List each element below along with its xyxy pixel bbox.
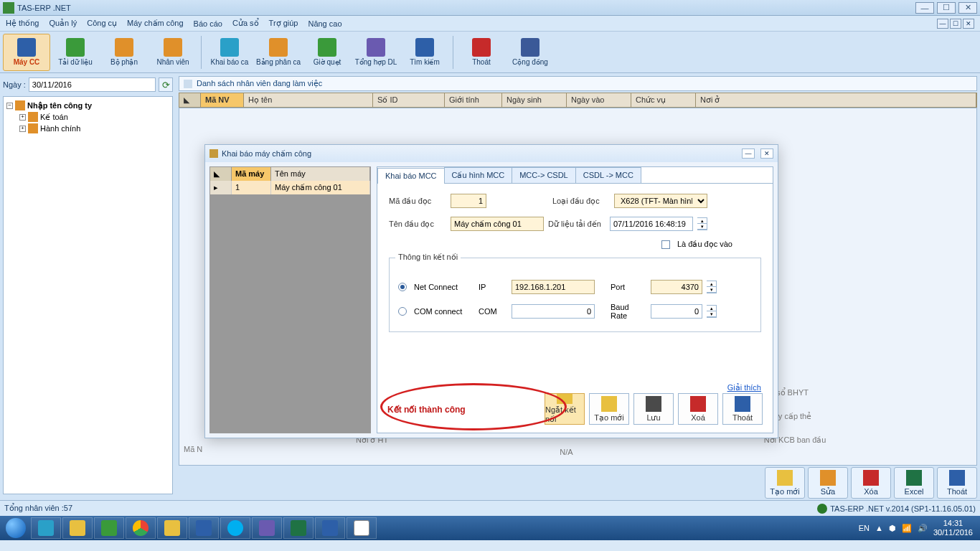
org-tree[interactable]: − Nhập tên công ty + Kế toán + Hành chín… [3, 96, 173, 494]
toolbar-icon [521, 38, 540, 57]
mdi-close-button[interactable]: ✕ [963, 19, 974, 29]
du-input[interactable] [610, 217, 693, 231]
tree-root[interactable]: − Nhập tên công ty [6, 100, 169, 111]
device-col-mamay[interactable]: Mã máy [232, 167, 271, 181]
expand-icon[interactable]: + [19, 126, 26, 132]
menu-congcu[interactable]: Công cụ [87, 19, 117, 28]
grid-col-ngayvao[interactable]: Ngày vào [567, 93, 631, 107]
dialog-lưu-button[interactable]: Lưu [633, 393, 674, 425]
grid-col-noio[interactable]: Nơi ở [696, 93, 976, 107]
taskbar-tas[interactable] [347, 517, 377, 539]
tray-lang[interactable]: EN [859, 524, 870, 532]
ten-input[interactable] [451, 217, 544, 231]
menu-maychamcong[interactable]: Máy chấm công [127, 19, 184, 28]
tray-clock[interactable]: 14:31 30/11/2016 [933, 519, 973, 537]
taskbar-word[interactable] [315, 517, 345, 539]
mdi-minimize-button[interactable]: — [937, 19, 948, 29]
giaithich-link[interactable]: Giải thích [727, 383, 761, 392]
net-radio[interactable] [398, 283, 407, 291]
toolbar-máy-cc[interactable]: Máy CC [3, 34, 50, 71]
collapse-icon[interactable]: − [6, 103, 13, 109]
taskbar-coccoc[interactable] [94, 517, 124, 539]
tab-cauhinh[interactable]: Cấu hình MCC [444, 167, 513, 183]
bottom-excel-button[interactable]: Excel [894, 467, 934, 499]
port-input[interactable] [651, 280, 702, 294]
tab-csdl-mcc[interactable]: CSDL -> MCC [575, 167, 641, 183]
toolbar-cộng-đồng[interactable]: Cộng đồng [507, 34, 554, 71]
date-input[interactable] [29, 77, 156, 92]
taskbar-chrome[interactable] [126, 517, 156, 539]
taskbar-explorer[interactable] [62, 517, 93, 539]
taskbar-teamviewer[interactable] [189, 517, 219, 539]
toolbar-khai-báo-ca[interactable]: Khai báo ca [206, 34, 253, 71]
grid-col-hoten[interactable]: Họ tên [244, 93, 373, 107]
start-button[interactable] [1, 516, 30, 540]
datetime-spinner[interactable]: ▴▾ [697, 217, 707, 230]
taskbar-folder[interactable] [157, 517, 187, 539]
dialog-minimize-button[interactable]: — [742, 149, 755, 159]
loai-select[interactable]: X628 (TFT- Màn hình m [614, 194, 707, 208]
la-daudocvao-checkbox[interactable] [661, 240, 670, 249]
taskbar-ie[interactable] [31, 517, 61, 539]
bottom-xóa-button[interactable]: Xóa [851, 467, 891, 499]
tray-shield-icon[interactable]: ⬢ [889, 524, 896, 533]
menu-hethong[interactable]: Hệ thống [6, 19, 39, 28]
close-button[interactable]: ✕ [958, 2, 977, 14]
port-spinner[interactable]: ▴▾ [707, 281, 717, 293]
com-radio[interactable] [398, 307, 407, 316]
toolbar-thoát[interactable]: Thoát [458, 34, 505, 71]
toolbar-tổng-hợp-dl[interactable]: Tổng hợp DL [352, 34, 400, 71]
grid-col-gioitinh[interactable]: Giới tính [445, 93, 502, 107]
mdi-restore-button[interactable]: ☐ [950, 19, 961, 29]
dialog-ngắt-kết-nối-button[interactable]: Ngắt kết nối [545, 393, 585, 425]
dialog-titlebar[interactable]: Khai báo máy chấm công — ✕ [205, 145, 778, 162]
tray-flag-icon[interactable]: ▲ [875, 524, 883, 532]
menu-quanly[interactable]: Quản lý [49, 19, 77, 28]
maximize-button[interactable]: ☐ [937, 2, 956, 14]
tree-node-hanhchinh[interactable]: + Hành chính [19, 123, 169, 134]
dialog-xoá-button[interactable]: Xoá [678, 393, 718, 425]
grid-col-ngaysinh[interactable]: Ngày sinh [502, 93, 567, 107]
bottom-tạo mới-button[interactable]: Tạo mới [765, 467, 805, 499]
ma-input[interactable] [451, 194, 486, 208]
tree-node-label: Hành chính [40, 124, 80, 133]
grid-col-chucvu[interactable]: Chức vụ [631, 93, 696, 107]
device-row[interactable]: ▸ 1 Máy chấm công 01 [210, 181, 370, 194]
bottom-sửa-button[interactable]: Sửa [808, 467, 848, 499]
toolbar-bảng-phân-ca[interactable]: Bảng phân ca [255, 34, 302, 71]
tray-volume-icon[interactable]: 🔊 [918, 524, 928, 533]
device-col-tenmay[interactable]: Tên máy [271, 167, 370, 181]
menu-baocao[interactable]: Báo cáo [194, 19, 222, 28]
bottom-thoát-button[interactable]: Thoát [937, 467, 977, 499]
toolbar-nhân-viên[interactable]: Nhân viên [149, 34, 197, 71]
refresh-button[interactable]: ⟳ [159, 77, 173, 92]
toolbar-tìm-kiếm[interactable]: Tìm kiếm [401, 34, 448, 71]
taskbar-skype[interactable] [220, 517, 250, 539]
tree-node-ketoan[interactable]: + Kế toán [19, 111, 169, 123]
expand-icon[interactable]: + [19, 114, 26, 121]
menu-nangcao[interactable]: Nâng cao [308, 19, 341, 28]
device-grid[interactable]: ◣ Mã máy Tên máy ▸ 1 Máy chấm công 01 [209, 166, 371, 433]
tab-mcc-csdl[interactable]: MCC-> CSDL [512, 167, 576, 183]
tab-khaibao[interactable]: Khai báo MCC [377, 168, 445, 184]
dialog-tạo-mới-button[interactable]: Tạo mới [589, 393, 629, 425]
grid-col-manv[interactable]: Mã NV [201, 93, 244, 107]
menu-trogiup[interactable]: Trợ giúp [269, 19, 298, 28]
toolbar-label: Bộ phận [110, 58, 138, 66]
toolbar-giờ-quẹt[interactable]: Giờ quẹt [303, 34, 351, 71]
taskbar-excel[interactable] [283, 517, 314, 539]
toolbar-bộ-phận[interactable]: Bộ phận [100, 34, 148, 71]
minimize-button[interactable]: — [915, 2, 934, 14]
button-icon [863, 470, 879, 486]
baud-input[interactable] [651, 304, 702, 319]
ip-input[interactable] [512, 280, 595, 294]
grid-col-soid[interactable]: Số ID [373, 93, 445, 107]
taskbar-app1[interactable] [252, 517, 282, 539]
tray-network-icon[interactable]: 📶 [902, 524, 912, 533]
dialog-thoát-button[interactable]: Thoát [722, 393, 763, 425]
menu-cuaso[interactable]: Cửa sổ [232, 19, 259, 28]
toolbar-tải-dữ-liệu[interactable]: Tải dữ liệu [52, 34, 99, 71]
dialog-close-button[interactable]: ✕ [760, 149, 773, 159]
com-input[interactable] [512, 304, 595, 319]
baud-spinner[interactable]: ▴▾ [707, 305, 717, 318]
